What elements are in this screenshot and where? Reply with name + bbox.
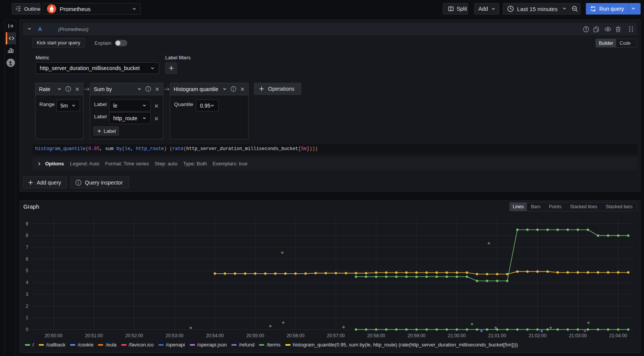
svg-text:20:56:00: 20:56:00	[286, 333, 304, 338]
svg-text:20:53:00: 20:53:00	[166, 333, 184, 338]
svg-text:0: 0	[26, 327, 28, 332]
svg-text:20:52:00: 20:52:00	[125, 333, 143, 338]
svg-text:21:01:00: 21:01:00	[488, 333, 506, 338]
svg-text:8: 8	[26, 233, 28, 238]
svg-text:7: 7	[26, 245, 28, 250]
svg-text:4: 4	[26, 280, 28, 285]
svg-text:21:04:00: 21:04:00	[609, 333, 627, 338]
svg-text:3: 3	[26, 292, 28, 297]
svg-text:20:54:00: 20:54:00	[206, 333, 224, 338]
svg-text:20:59:00: 20:59:00	[408, 333, 426, 338]
svg-text:6: 6	[26, 256, 28, 262]
svg-text:9: 9	[26, 221, 28, 227]
svg-text:2: 2	[26, 304, 28, 309]
svg-text:20:58:00: 20:58:00	[367, 333, 385, 338]
svg-text:21:03:00: 21:03:00	[569, 333, 587, 338]
svg-text:20:55:00: 20:55:00	[246, 333, 264, 338]
svg-text:20:50:00: 20:50:00	[45, 333, 63, 338]
svg-text:21:00:00: 21:00:00	[448, 333, 466, 338]
svg-text:1: 1	[26, 315, 28, 320]
svg-text:20:51:00: 20:51:00	[85, 333, 103, 338]
svg-text:5: 5	[26, 268, 28, 273]
svg-text:20:57:00: 20:57:00	[327, 333, 345, 338]
svg-text:21:02:00: 21:02:00	[529, 333, 546, 338]
